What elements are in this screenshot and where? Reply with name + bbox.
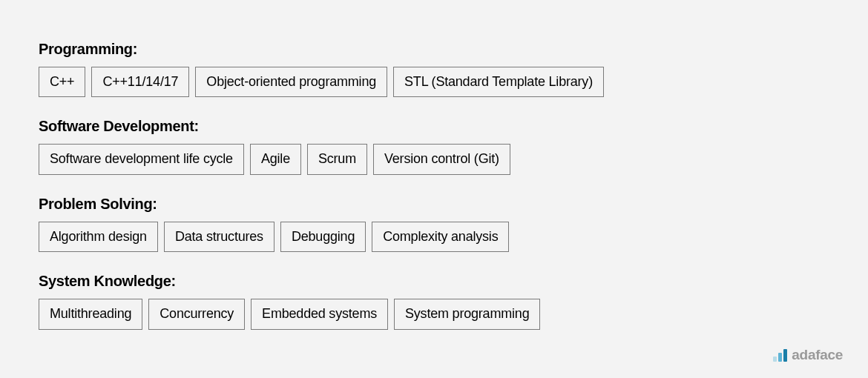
category-title: System Knowledge: [39,273,829,290]
bar-icon [773,357,777,362]
category-system-knowledge: System Knowledge: Multithreading Concurr… [39,273,829,329]
tags-row: Algorithm design Data structures Debuggi… [39,222,829,252]
skill-tag: Embedded systems [251,299,388,329]
skill-tag: Scrum [307,144,367,174]
skill-tag: Agile [250,144,301,174]
tags-row: C++ C++11/14/17 Object-oriented programm… [39,67,829,97]
category-title: Programming: [39,41,829,58]
brand-name: adaface [792,347,843,363]
skill-tag: System programming [394,299,540,329]
tags-row: Multithreading Concurrency Embedded syst… [39,299,829,329]
skill-tag: STL (Standard Template Library) [393,67,604,97]
skill-tag: C++ [39,67,85,97]
skill-tag: Multithreading [39,299,142,329]
bars-icon [773,349,787,362]
category-problem-solving: Problem Solving: Algorithm design Data s… [39,196,829,252]
category-software-development: Software Development: Software developme… [39,118,829,174]
tags-row: Software development life cycle Agile Sc… [39,144,829,174]
category-title: Problem Solving: [39,196,829,213]
category-programming: Programming: C++ C++11/14/17 Object-orie… [39,41,829,97]
skill-tag: Object-oriented programming [195,67,387,97]
category-title: Software Development: [39,118,829,135]
bar-icon [783,349,787,362]
bar-icon [778,353,782,362]
skills-list: Programming: C++ C++11/14/17 Object-orie… [39,41,829,330]
brand-logo: adaface [773,347,843,363]
skill-tag: Software development life cycle [39,144,244,174]
skill-tag: Data structures [164,222,274,252]
skill-tag: Complexity analysis [372,222,509,252]
skill-tag: C++11/14/17 [91,67,189,97]
skill-tag: Concurrency [148,299,245,329]
skill-tag: Debugging [280,222,366,252]
skill-tag: Version control (Git) [373,144,510,174]
skill-tag: Algorithm design [39,222,158,252]
